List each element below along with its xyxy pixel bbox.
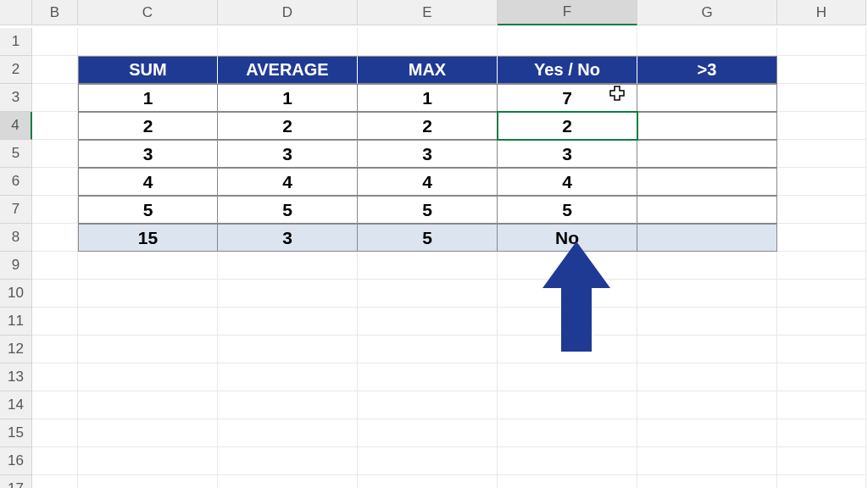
cell-B6[interactable] xyxy=(32,168,78,196)
cell-D5[interactable]: 3 xyxy=(218,140,358,168)
cell-D8[interactable]: 3 xyxy=(218,224,358,252)
cell-D15[interactable] xyxy=(218,419,358,447)
cell-D4[interactable]: 2 xyxy=(218,112,358,140)
cell-B12[interactable] xyxy=(32,336,78,363)
cell-G3[interactable] xyxy=(637,84,777,112)
cell-C16[interactable] xyxy=(78,447,218,475)
col-header-E[interactable]: E xyxy=(358,0,498,25)
col-header-C[interactable]: C xyxy=(78,0,218,25)
cell-H12[interactable] xyxy=(777,336,866,363)
cell-F15[interactable] xyxy=(498,419,637,447)
row-header-10[interactable]: 10 xyxy=(0,280,32,308)
cell-E3[interactable]: 1 xyxy=(358,84,498,112)
cell-H15[interactable] xyxy=(777,419,866,447)
cell-H6[interactable] xyxy=(777,168,866,196)
cell-G4[interactable] xyxy=(637,112,777,140)
row-header-8[interactable]: 8 xyxy=(0,224,32,252)
table-header-max[interactable]: MAX xyxy=(358,56,498,84)
cell-H10[interactable] xyxy=(777,280,866,308)
cell-G12[interactable] xyxy=(637,336,777,363)
cell-E13[interactable] xyxy=(358,363,498,391)
table-header-sum[interactable]: SUM xyxy=(78,56,218,84)
row-header-3[interactable]: 3 xyxy=(0,84,32,112)
cell-G13[interactable] xyxy=(637,363,777,391)
cell-H17[interactable] xyxy=(777,475,866,488)
cell-D14[interactable] xyxy=(218,391,358,419)
cell-D16[interactable] xyxy=(218,447,358,475)
row-header-9[interactable]: 9 xyxy=(0,252,32,280)
cell-D3[interactable]: 1 xyxy=(218,84,358,112)
row-header-16[interactable]: 16 xyxy=(0,447,32,475)
cell-C3[interactable]: 1 xyxy=(78,84,218,112)
cell-E10[interactable] xyxy=(358,280,498,308)
col-header-G[interactable]: G xyxy=(637,0,777,25)
cell-H3[interactable] xyxy=(777,84,866,112)
cell-B8[interactable] xyxy=(32,224,78,252)
cell-E5[interactable]: 3 xyxy=(358,140,498,168)
cell-H14[interactable] xyxy=(777,391,866,419)
cell-D9[interactable] xyxy=(218,252,358,280)
row-header-2[interactable]: 2 xyxy=(0,56,32,84)
cell-G6[interactable] xyxy=(637,168,777,196)
cell-G8[interactable] xyxy=(637,224,777,252)
cell-F3[interactable]: 7 xyxy=(498,84,637,112)
cell-G15[interactable] xyxy=(637,419,777,447)
cell-G9[interactable] xyxy=(637,252,777,280)
cell-C7[interactable]: 5 xyxy=(78,196,218,224)
cell-E14[interactable] xyxy=(358,391,498,419)
cell-H5[interactable] xyxy=(777,140,866,168)
cell-E9[interactable] xyxy=(358,252,498,280)
cell-C1[interactable] xyxy=(78,28,218,56)
cell-E12[interactable] xyxy=(358,336,498,363)
cell-H16[interactable] xyxy=(777,447,866,475)
cell-B10[interactable] xyxy=(32,280,78,308)
cell-C9[interactable] xyxy=(78,252,218,280)
cell-B2[interactable] xyxy=(32,56,78,84)
table-header-gt3[interactable]: >3 xyxy=(637,56,777,84)
table-header-average[interactable]: AVERAGE xyxy=(218,56,358,84)
cell-E16[interactable] xyxy=(358,447,498,475)
cell-G14[interactable] xyxy=(637,391,777,419)
cell-D12[interactable] xyxy=(218,336,358,363)
cell-F4-selected[interactable]: 2 xyxy=(498,112,637,140)
cell-B17[interactable] xyxy=(32,475,78,488)
col-header-B[interactable]: B xyxy=(32,0,78,25)
cell-H13[interactable] xyxy=(777,363,866,391)
cell-C8[interactable]: 15 xyxy=(78,224,218,252)
cell-C5[interactable]: 3 xyxy=(78,140,218,168)
col-header-H[interactable]: H xyxy=(777,0,866,25)
row-header-7[interactable]: 7 xyxy=(0,196,32,224)
cell-D1[interactable] xyxy=(218,28,358,56)
row-header-14[interactable]: 14 xyxy=(0,391,32,419)
cell-F1[interactable] xyxy=(498,28,637,56)
cell-D17[interactable] xyxy=(218,475,358,488)
cell-B9[interactable] xyxy=(32,252,78,280)
cell-E15[interactable] xyxy=(358,419,498,447)
cell-F5[interactable]: 3 xyxy=(498,140,637,168)
cell-B13[interactable] xyxy=(32,363,78,391)
cell-B11[interactable] xyxy=(32,308,78,336)
cell-C14[interactable] xyxy=(78,391,218,419)
cell-H4[interactable] xyxy=(777,112,866,140)
cell-C12[interactable] xyxy=(78,336,218,363)
row-header-5[interactable]: 5 xyxy=(0,140,32,168)
cell-B1[interactable] xyxy=(32,28,78,56)
cell-C6[interactable]: 4 xyxy=(78,168,218,196)
cell-B4[interactable] xyxy=(32,112,78,140)
cell-C10[interactable] xyxy=(78,280,218,308)
row-header-6[interactable]: 6 xyxy=(0,168,32,196)
cell-E1[interactable] xyxy=(358,28,498,56)
cell-G16[interactable] xyxy=(637,447,777,475)
cell-F6[interactable]: 4 xyxy=(498,168,637,196)
row-header-12[interactable]: 12 xyxy=(0,336,32,363)
cell-H7[interactable] xyxy=(777,196,866,224)
cell-E11[interactable] xyxy=(358,308,498,336)
cell-B14[interactable] xyxy=(32,391,78,419)
cell-F14[interactable] xyxy=(498,391,637,419)
cell-G10[interactable] xyxy=(637,280,777,308)
cell-H9[interactable] xyxy=(777,252,866,280)
cell-B16[interactable] xyxy=(32,447,78,475)
row-header-1[interactable]: 1 xyxy=(0,28,32,56)
cell-E6[interactable]: 4 xyxy=(358,168,498,196)
cell-G11[interactable] xyxy=(637,308,777,336)
